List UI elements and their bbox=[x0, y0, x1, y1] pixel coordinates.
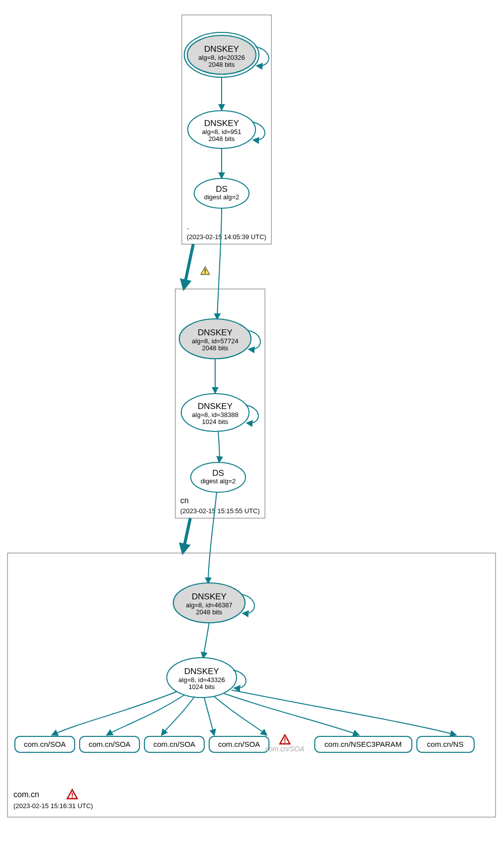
zone-root: . (2023-02-15 14:05:39 UTC) DNSKEY alg=8… bbox=[182, 15, 271, 244]
node-rr5: ! com.cn/SOA bbox=[265, 735, 305, 753]
svg-text:com.cn/SOA: com.cn/SOA bbox=[24, 740, 66, 748]
svg-text:!: ! bbox=[284, 736, 286, 744]
node-cn-ds: DS digest alg=2 bbox=[191, 462, 246, 492]
node-root-zsk: DNSKEY alg=8, id=951 2048 bits bbox=[188, 111, 255, 148]
error-icon: ! bbox=[280, 735, 290, 744]
zone-cn: cn (2023-02-15 15:15:55 UTC) DNSKEY alg=… bbox=[175, 289, 265, 518]
edge-root-ds-to-cn-ksk bbox=[217, 208, 222, 319]
edge-cn-ds-to-comcn-ksk bbox=[208, 492, 217, 583]
edge-zsk-rr2 bbox=[107, 695, 184, 735]
edge-zsk-rr5 bbox=[214, 697, 266, 735]
warning-icon: ! bbox=[201, 267, 210, 275]
svg-text:alg=8, id=38388: alg=8, id=38388 bbox=[192, 411, 238, 419]
svg-text:DNSKEY: DNSKEY bbox=[184, 667, 219, 676]
svg-text:digest alg=2: digest alg=2 bbox=[204, 193, 239, 201]
svg-text:2048 bits: 2048 bits bbox=[196, 608, 223, 616]
zone-comcn-label: com.cn bbox=[13, 790, 39, 799]
node-cn-ksk: DNSKEY alg=8, id=57724 2048 bits bbox=[179, 319, 251, 359]
node-comcn-zsk: DNSKEY alg=8, id=43326 1024 bits bbox=[167, 658, 237, 698]
node-rr2: com.cn/SOA bbox=[80, 736, 139, 752]
node-cn-zsk: DNSKEY alg=8, id=38388 1024 bits bbox=[181, 394, 249, 431]
svg-text:DS: DS bbox=[216, 184, 228, 194]
node-rr6: com.cn/NSEC3PARAM bbox=[315, 736, 412, 752]
edge-zsk-rr7 bbox=[232, 690, 456, 735]
svg-text:1024 bits: 1024 bits bbox=[202, 418, 229, 425]
svg-text:alg=8, id=43326: alg=8, id=43326 bbox=[178, 676, 225, 684]
error-icon: ! bbox=[67, 790, 77, 799]
svg-text:!: ! bbox=[204, 268, 206, 275]
svg-text:com.cn/NSEC3PARAM: com.cn/NSEC3PARAM bbox=[325, 740, 402, 748]
zone-root-label: . bbox=[187, 222, 189, 231]
svg-text:com.cn/SOA: com.cn/SOA bbox=[265, 745, 305, 753]
node-rr1: com.cn/SOA bbox=[15, 736, 75, 752]
edge-cn-zsk-to-ds bbox=[218, 431, 220, 462]
zone-comcn: com.cn (2023-02-15 15:16:31 UTC) ! DNSKE… bbox=[7, 553, 496, 817]
edge-zsk-rr3 bbox=[162, 697, 194, 735]
edge-zsk-rr1 bbox=[52, 692, 177, 735]
svg-text:2048 bits: 2048 bits bbox=[209, 61, 235, 68]
svg-text:2048 bits: 2048 bits bbox=[202, 344, 229, 352]
svg-text:DNSKEY: DNSKEY bbox=[198, 402, 233, 411]
zone-cn-label: cn bbox=[180, 496, 189, 505]
edge-comcn-ksk-to-zsk bbox=[203, 623, 209, 658]
svg-text:alg=8, id=57724: alg=8, id=57724 bbox=[192, 337, 238, 345]
edge-zsk-rr6 bbox=[224, 694, 359, 735]
svg-text:DNSKEY: DNSKEY bbox=[192, 592, 227, 601]
zone-root-timestamp: (2023-02-15 14:05:39 UTC) bbox=[187, 233, 266, 241]
svg-text:DNSKEY: DNSKEY bbox=[204, 119, 239, 128]
svg-text:com.cn/NS: com.cn/NS bbox=[427, 740, 463, 748]
zone-comcn-timestamp: (2023-02-15 15:16:31 UTC) bbox=[13, 802, 93, 810]
edge-root-ksk-self bbox=[255, 47, 269, 66]
svg-text:DNSKEY: DNSKEY bbox=[204, 44, 239, 54]
svg-text:digest alg=2: digest alg=2 bbox=[201, 477, 236, 485]
dnssec-graph: . (2023-02-15 14:05:39 UTC) DNSKEY alg=8… bbox=[0, 0, 504, 844]
svg-text:!: ! bbox=[71, 791, 74, 799]
svg-text:1024 bits: 1024 bits bbox=[189, 683, 215, 691]
svg-text:alg=8, id=951: alg=8, id=951 bbox=[202, 128, 242, 136]
node-root-ksk: DNSKEY alg=8, id=20326 2048 bits bbox=[184, 32, 259, 77]
edge-zsk-rr4 bbox=[204, 698, 214, 735]
node-rr4: com.cn/SOA bbox=[209, 736, 269, 752]
edge-zone-root-to-cn bbox=[184, 244, 193, 286]
node-root-ds: DS digest alg=2 bbox=[194, 178, 249, 208]
zone-cn-timestamp: (2023-02-15 15:15:55 UTC) bbox=[180, 507, 260, 515]
svg-rect-27 bbox=[7, 553, 496, 817]
edge-zone-cn-to-comcn bbox=[183, 518, 190, 551]
node-comcn-ksk: DNSKEY alg=8, id=46387 2048 bits bbox=[173, 583, 245, 623]
svg-text:com.cn/SOA: com.cn/SOA bbox=[89, 740, 130, 748]
svg-text:2048 bits: 2048 bits bbox=[209, 135, 235, 142]
svg-text:DS: DS bbox=[212, 468, 224, 478]
svg-text:alg=8, id=46387: alg=8, id=46387 bbox=[186, 601, 232, 609]
svg-text:com.cn/SOA: com.cn/SOA bbox=[153, 740, 195, 748]
svg-text:com.cn/SOA: com.cn/SOA bbox=[218, 740, 260, 748]
node-rr7: com.cn/NS bbox=[417, 736, 474, 752]
svg-text:alg=8, id=20326: alg=8, id=20326 bbox=[198, 54, 245, 61]
node-rr3: com.cn/SOA bbox=[144, 736, 204, 752]
svg-text:DNSKEY: DNSKEY bbox=[198, 328, 233, 337]
